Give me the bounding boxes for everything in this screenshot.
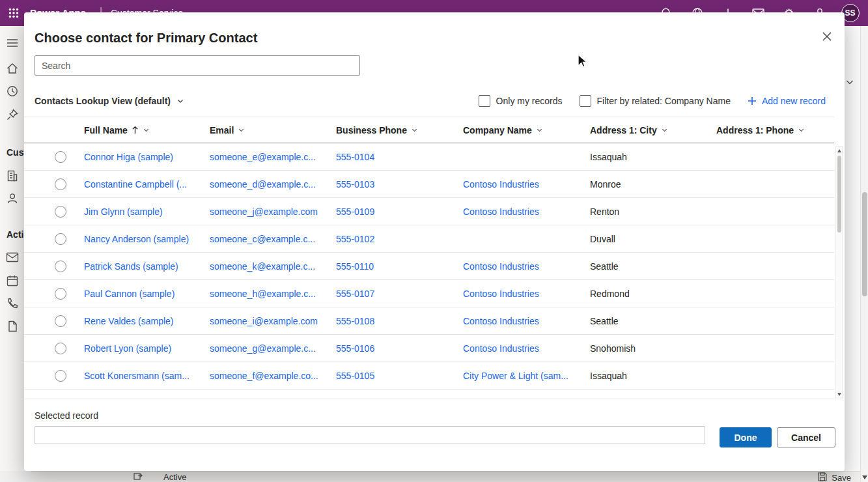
row-select-radio[interactable] <box>55 233 66 245</box>
page-scrollbar[interactable] <box>860 26 868 482</box>
contact-email-link[interactable]: someone_j@example.com <box>197 206 324 217</box>
contact-phone-link[interactable]: 555-0108 <box>324 316 451 326</box>
plus-icon <box>748 96 757 106</box>
contact-email-link[interactable]: someone_h@example.c... <box>197 289 324 299</box>
statusbar: Active Save <box>31 471 860 482</box>
contact-name-link[interactable]: Rene Valdes (sample) <box>72 316 197 326</box>
contact-phone-link[interactable]: 555-0106 <box>324 343 451 354</box>
save-button[interactable]: Save <box>818 472 851 482</box>
save-button-label: Save <box>832 473 851 482</box>
pinned-pin-icon[interactable] <box>6 108 19 124</box>
contact-city: Redmond <box>578 289 704 299</box>
contact-email-link[interactable]: someone_k@example.c... <box>197 261 324 272</box>
cancel-button[interactable]: Cancel <box>777 427 835 447</box>
contact-company-link[interactable]: City Power & Light (sam... <box>451 371 578 381</box>
contact-email-link[interactable]: someone_d@example.c... <box>197 179 324 190</box>
contact-name-link[interactable]: Jim Glynn (sample) <box>72 206 197 217</box>
row-select-radio[interactable] <box>55 261 66 272</box>
table-row[interactable]: Constantine Campbell (... someone_d@exam… <box>24 171 834 198</box>
document-icon[interactable] <box>6 320 19 335</box>
column-header-full-name[interactable]: Full Name <box>72 125 197 135</box>
contact-name-link[interactable]: Scott Konersmann (sam... <box>72 371 197 381</box>
row-select-radio[interactable] <box>55 315 66 327</box>
contact-company-link[interactable]: Contoso Industries <box>451 206 578 217</box>
contact-company-link[interactable]: Contoso Industries <box>451 261 578 272</box>
email-envelope-icon[interactable] <box>6 252 19 265</box>
accounts-building-icon[interactable] <box>6 169 19 185</box>
row-select-radio[interactable] <box>55 178 66 190</box>
contact-name-link[interactable]: Connor Higa (sample) <box>72 152 197 162</box>
row-select-radio[interactable] <box>55 151 66 163</box>
table-header-row: Full Name Email Business Phone Company N… <box>24 117 834 143</box>
hamburger-menu-icon[interactable] <box>6 36 19 52</box>
table-row[interactable]: Connor Higa (sample) someone_e@example.c… <box>24 143 834 171</box>
filter-by-related-checkbox[interactable]: Filter by related: Company Name <box>580 95 731 107</box>
phone-icon[interactable] <box>6 297 19 313</box>
contact-phone-link[interactable]: 555-0107 <box>324 289 451 299</box>
row-select-radio[interactable] <box>55 206 66 218</box>
chevron-down-icon <box>143 126 150 134</box>
contact-phone-link[interactable]: 555-0110 <box>324 261 451 272</box>
app-launcher-waffle-icon[interactable] <box>8 8 19 21</box>
column-header-address-city[interactable]: Address 1: City <box>578 125 704 135</box>
contact-name-link[interactable]: Nancy Anderson (sample) <box>72 234 197 244</box>
contact-phone-link[interactable]: 555-0104 <box>324 152 451 162</box>
table-row[interactable]: Nancy Anderson (sample) someone_c@exampl… <box>24 225 834 253</box>
table-row[interactable]: Paul Cannon (sample) someone_h@example.c… <box>24 280 834 307</box>
table-scrollbar-up-arrow[interactable] <box>837 149 841 152</box>
contact-name-link[interactable]: Paul Cannon (sample) <box>72 289 197 299</box>
done-button[interactable]: Done <box>720 427 772 447</box>
row-select-radio[interactable] <box>55 288 66 300</box>
table-scrollbar-thumb[interactable] <box>837 156 841 233</box>
table-scrollbar-down-arrow[interactable] <box>837 393 841 396</box>
row-select-radio[interactable] <box>55 370 66 382</box>
selected-record-label: Selected record <box>35 410 98 421</box>
column-header-business-phone[interactable]: Business Phone <box>324 125 451 135</box>
contact-city: Renton <box>578 206 704 217</box>
table-row[interactable]: Jim Glynn (sample) someone_j@example.com… <box>24 198 834 225</box>
contact-phone-link[interactable]: 555-0105 <box>324 371 451 381</box>
page-scrollbar-down-arrow[interactable] <box>862 475 867 479</box>
record-status-icon <box>133 472 143 482</box>
table-row[interactable]: Robert Lyon (sample) someone_g@example.c… <box>24 335 834 362</box>
only-my-records-checkbox[interactable]: Only my records <box>479 95 563 107</box>
contact-email-link[interactable]: someone_c@example.c... <box>197 234 324 244</box>
table-scrollbar[interactable] <box>835 146 843 399</box>
column-header-company-name[interactable]: Company Name <box>451 125 578 135</box>
home-icon[interactable] <box>6 62 19 78</box>
contact-name-link[interactable]: Constantine Campbell (... <box>72 179 197 190</box>
column-header-address-phone[interactable]: Address 1: Phone <box>704 125 834 135</box>
header-select-column <box>24 117 72 143</box>
contact-phone-link[interactable]: 555-0103 <box>324 179 451 190</box>
add-new-record-button[interactable]: Add new record <box>748 96 826 106</box>
contact-phone-link[interactable]: 555-0102 <box>324 234 451 244</box>
table-row[interactable]: Rene Valdes (sample) someone_i@example.c… <box>24 307 834 335</box>
selected-record-input[interactable] <box>35 426 705 444</box>
row-select-radio[interactable] <box>55 343 66 354</box>
column-header-email[interactable]: Email <box>197 125 324 135</box>
page-scrollbar-thumb[interactable] <box>862 192 867 296</box>
contacts-person-icon[interactable] <box>6 192 19 208</box>
recent-clock-icon[interactable] <box>6 85 19 100</box>
search-input[interactable] <box>35 55 360 76</box>
table-body: Connor Higa (sample) someone_e@example.c… <box>24 143 834 390</box>
contact-email-link[interactable]: someone_g@example.c... <box>197 343 324 354</box>
calendar-icon[interactable] <box>6 274 19 290</box>
table-row[interactable]: Scott Konersmann (sam... someone_f@examp… <box>24 362 834 390</box>
form-chevron-down-icon[interactable] <box>845 78 854 89</box>
contact-company-link[interactable]: Contoso Industries <box>451 343 578 354</box>
contact-name-link[interactable]: Robert Lyon (sample) <box>72 343 197 354</box>
contact-company-link[interactable]: Contoso Industries <box>451 179 578 190</box>
dialog-title: Choose contact for Primary Contact <box>35 31 257 46</box>
table-row[interactable]: Patrick Sands (sample) someone_k@example… <box>24 253 834 280</box>
contact-email-link[interactable]: someone_f@example.co... <box>197 371 324 381</box>
contact-email-link[interactable]: someone_e@example.c... <box>197 152 324 162</box>
view-selector[interactable]: Contacts Lookup View (default) <box>35 96 184 106</box>
contact-company-link[interactable]: Contoso Industries <box>451 316 578 326</box>
contact-phone-link[interactable]: 555-0109 <box>324 206 451 217</box>
contact-email-link[interactable]: someone_i@example.com <box>197 316 324 326</box>
contact-name-link[interactable]: Patrick Sands (sample) <box>72 261 197 272</box>
sort-ascending-icon <box>132 126 139 134</box>
close-icon[interactable] <box>817 27 837 46</box>
contact-company-link[interactable]: Contoso Industries <box>451 289 578 299</box>
